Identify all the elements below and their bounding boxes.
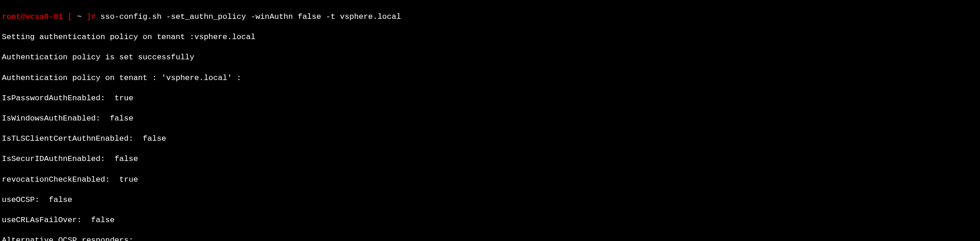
output-line: IsWindowsAuthEnabled: false [2, 114, 978, 124]
output-line: Alternative OCSP responders: [2, 235, 978, 241]
output-line: Authentication policy is set successfull… [2, 52, 978, 63]
prompt-user-host: root@vcsa8-01 [2, 12, 63, 21]
command-text: sso-config.sh -set_authn_policy -winAuth… [100, 12, 401, 21]
output-line: IsSecurIDAuthnEnabled: false [2, 154, 978, 164]
output-line: IsPasswordAuthEnabled: true [2, 93, 978, 103]
terminal-output[interactable]: root@vcsa8-01 [ ~ ]# sso-config.sh -set_… [2, 2, 978, 241]
output-line: Setting authentication policy on tenant … [2, 32, 978, 42]
prompt-bracket-close: ]# [81, 12, 100, 21]
prompt-bracket-open: [ [63, 12, 77, 21]
output-line: Authentication policy on tenant : 'vsphe… [2, 73, 978, 83]
prompt-tilde: ~ [77, 12, 81, 21]
output-line: revocationCheckEnabled: true [2, 175, 978, 185]
output-line: useOCSP: false [2, 195, 978, 205]
command-line: root@vcsa8-01 [ ~ ]# sso-config.sh -set_… [2, 12, 978, 22]
output-line: useCRLAsFailOver: false [2, 215, 978, 225]
output-line: IsTLSClientCertAuthnEnabled: false [2, 134, 978, 144]
